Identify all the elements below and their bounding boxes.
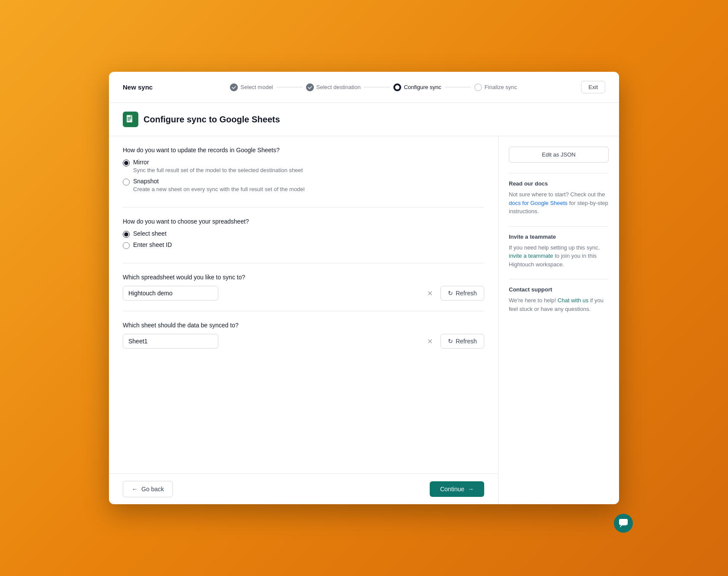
sidebar-divider-3 xyxy=(509,279,609,279)
modal-footer: ← Go back Continue → xyxy=(109,474,498,504)
label-enter-id: Enter sheet ID xyxy=(133,241,172,248)
contact-text: We're here to help! Chat with us if you … xyxy=(509,296,609,313)
exit-button[interactable]: Exit xyxy=(581,81,605,93)
stepper: Select model Select destination C xyxy=(166,83,581,91)
sidebar-divider-1 xyxy=(509,173,609,173)
sidebar: Edit as JSON Read our docs Not sure wher… xyxy=(498,136,619,504)
page-title-bar: Configure sync to Google Sheets xyxy=(109,103,619,136)
svg-rect-3 xyxy=(128,117,131,118)
step-icon-configure-sync xyxy=(393,83,401,91)
docs-link[interactable]: docs for Google Sheets xyxy=(509,200,568,206)
svg-rect-6 xyxy=(130,115,132,117)
step-configure-sync: Configure sync xyxy=(393,83,441,91)
step-icon-select-destination xyxy=(306,83,314,91)
invite-heading: Invite a teammate xyxy=(509,234,609,240)
sheet-input-wrapper: ✕ xyxy=(123,334,437,349)
invite-text: If you need help setting up this sync, i… xyxy=(509,243,609,269)
continue-button[interactable]: Continue → xyxy=(430,481,484,497)
continue-arrow-icon: → xyxy=(468,486,474,493)
chat-bubble-button[interactable] xyxy=(614,514,633,533)
step-icon-select-model xyxy=(230,83,238,91)
label-select-sheet: Select sheet xyxy=(133,230,166,237)
question-sheet: Which sheet should the data be synced to… xyxy=(123,322,484,329)
sheet-refresh-button[interactable]: ↻ Refresh xyxy=(441,334,484,349)
option-enter-id: Enter sheet ID xyxy=(123,241,484,249)
step-finalize-sync: Finalize sync xyxy=(474,83,517,91)
svg-point-0 xyxy=(230,83,238,91)
sidebar-contact: Contact support We're here to help! Chat… xyxy=(509,286,609,313)
refresh-label-sheet: Refresh xyxy=(456,338,477,345)
option-select-sheet: Select sheet xyxy=(123,230,484,238)
contact-heading: Contact support xyxy=(509,286,609,293)
label-snapshot: Snapshot xyxy=(133,178,305,185)
spreadsheet-input[interactable] xyxy=(123,286,218,301)
read-docs-text: Not sure where to start? Check out the d… xyxy=(509,190,609,216)
connector-2 xyxy=(364,87,390,87)
chat-link[interactable]: Chat with us xyxy=(558,297,589,304)
invite-link[interactable]: invite a teammate xyxy=(509,253,553,259)
spreadsheet-refresh-button[interactable]: ↻ Refresh xyxy=(441,286,484,301)
contact-text-before: We're here to help! xyxy=(509,297,558,304)
section-choose-method: How do you want to choose your spreadshe… xyxy=(123,218,484,263)
continue-label: Continue xyxy=(440,486,464,493)
left-content: How do you want to update the records in… xyxy=(109,136,498,504)
content-body: How do you want to update the records in… xyxy=(109,136,619,504)
sidebar-read-docs: Read our docs Not sure where to start? C… xyxy=(509,180,609,216)
refresh-label-spreadsheet: Refresh xyxy=(456,290,477,297)
connector-1 xyxy=(277,87,303,87)
question-choose-method: How do you want to choose your spreadshe… xyxy=(123,218,484,225)
edit-json-button[interactable]: Edit as JSON xyxy=(509,147,609,163)
radio-mirror[interactable] xyxy=(123,160,130,166)
desc-mirror: Sync the full result set of the model to… xyxy=(133,166,303,174)
question-update-method: How do you want to update the records in… xyxy=(123,147,484,154)
invite-text-before: If you need help setting up this sync, xyxy=(509,244,600,251)
desc-snapshot: Create a new sheet on every sync with th… xyxy=(133,186,305,193)
option-mirror: Mirror Sync the full result set of the m… xyxy=(123,159,484,174)
page-title: Configure sync to Google Sheets xyxy=(144,115,280,125)
section-update-method: How do you want to update the records in… xyxy=(123,147,484,208)
read-docs-heading: Read our docs xyxy=(509,180,609,187)
step-select-destination: Select destination xyxy=(306,83,361,91)
svg-rect-7 xyxy=(619,519,628,525)
radio-snapshot[interactable] xyxy=(123,179,130,186)
form-area: How do you want to update the records in… xyxy=(109,136,498,474)
sheet-input[interactable] xyxy=(123,334,218,349)
svg-rect-5 xyxy=(128,120,130,121)
refresh-icon-sheet: ↻ xyxy=(448,338,453,345)
step-icon-finalize-sync xyxy=(474,83,482,91)
modal-header: New sync Select model xyxy=(109,72,619,103)
radio-select-sheet[interactable] xyxy=(123,231,130,238)
connector-3 xyxy=(445,87,471,87)
sheet-clear-button[interactable]: ✕ xyxy=(427,337,433,346)
section-spreadsheet: Which spreadsheet would you like to sync… xyxy=(123,274,484,311)
spreadsheet-input-wrapper: ✕ xyxy=(123,286,437,301)
read-docs-text-before: Not sure where to start? Check out the xyxy=(509,191,605,198)
section-sheet: Which sheet should the data be synced to… xyxy=(123,322,484,359)
option-snapshot: Snapshot Create a new sheet on every syn… xyxy=(123,178,484,193)
step-label-select-destination: Select destination xyxy=(316,84,361,90)
question-spreadsheet: Which spreadsheet would you like to sync… xyxy=(123,274,484,281)
radio-enter-id[interactable] xyxy=(123,242,130,249)
step-label-select-model: Select model xyxy=(240,84,273,90)
go-back-label: Go back xyxy=(141,486,164,493)
svg-point-1 xyxy=(306,83,314,91)
sidebar-edit-json: Edit as JSON xyxy=(509,147,609,163)
sheet-input-row: ✕ ↻ Refresh xyxy=(123,334,484,349)
google-sheets-icon xyxy=(123,112,138,127)
step-select-model: Select model xyxy=(230,83,273,91)
step-label-configure-sync: Configure sync xyxy=(404,84,441,90)
label-mirror: Mirror xyxy=(133,159,303,166)
svg-rect-4 xyxy=(128,118,131,119)
go-back-button[interactable]: ← Go back xyxy=(123,481,173,497)
spreadsheet-input-row: ✕ ↻ Refresh xyxy=(123,286,484,301)
sidebar-divider-2 xyxy=(509,226,609,227)
sidebar-invite: Invite a teammate If you need help setti… xyxy=(509,234,609,269)
spreadsheet-clear-button[interactable]: ✕ xyxy=(427,289,433,298)
step-label-finalize-sync: Finalize sync xyxy=(485,84,517,90)
modal-title: New sync xyxy=(123,83,166,91)
refresh-icon-spreadsheet: ↻ xyxy=(448,290,453,297)
back-arrow-icon: ← xyxy=(132,486,138,493)
